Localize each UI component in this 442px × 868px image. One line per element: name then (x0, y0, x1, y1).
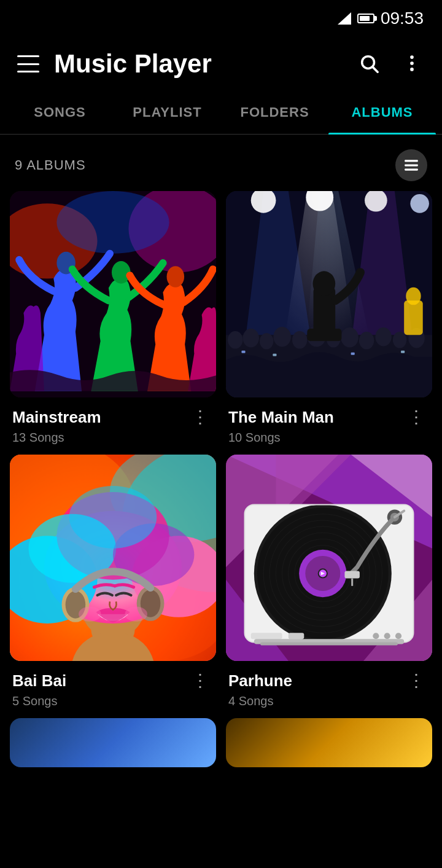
album-more-mainman[interactable]: ⋮ (403, 406, 430, 428)
album-songs-parhune: 4 Songs (226, 694, 432, 708)
album-name-baibai: Bai Bai (12, 671, 66, 690)
svg-rect-45 (401, 351, 405, 353)
app-bar-actions (356, 50, 425, 78)
svg-rect-8 (405, 168, 418, 170)
svg-point-36 (375, 327, 391, 346)
svg-rect-42 (241, 351, 245, 353)
status-time: 09:53 (381, 9, 424, 28)
svg-point-4 (410, 61, 414, 65)
tab-albums[interactable]: ALBUMS (328, 91, 436, 134)
list-view-button[interactable] (395, 149, 427, 181)
svg-rect-6 (405, 160, 418, 162)
hamburger-menu-icon[interactable] (17, 55, 39, 72)
album-art-mainman (226, 191, 432, 397)
svg-point-28 (242, 329, 258, 348)
album-card-parhune[interactable]: Parhune ⋮ 4 Songs (226, 455, 432, 708)
app-bar: Music Player (0, 37, 442, 91)
tab-songs[interactable]: SONGS (6, 91, 114, 134)
albums-count: 9 ALBUMS (15, 157, 86, 173)
album-name-parhune: Parhune (228, 671, 292, 690)
svg-point-67 (79, 606, 101, 621)
album-name-mainman: The Main Man (228, 408, 334, 427)
svg-point-35 (359, 332, 374, 350)
svg-point-14 (112, 261, 131, 284)
album-partial-right[interactable] (226, 718, 432, 767)
battery-icon (357, 14, 374, 23)
svg-rect-91 (344, 571, 359, 578)
svg-point-95 (373, 633, 379, 639)
album-partial-left[interactable] (10, 718, 216, 767)
svg-line-2 (373, 67, 378, 72)
album-more-parhune[interactable]: ⋮ (403, 670, 430, 692)
svg-point-29 (260, 333, 273, 349)
svg-point-12 (56, 191, 169, 254)
svg-point-30 (273, 327, 291, 347)
album-more-mainstream[interactable]: ⋮ (187, 406, 214, 428)
album-art-mainstream (10, 191, 216, 397)
svg-point-96 (384, 633, 390, 639)
album-songs-mainstream: 13 Songs (10, 431, 216, 445)
album-info-parhune: Parhune ⋮ (226, 670, 432, 692)
album-art-parhune (226, 455, 432, 661)
albums-header: 9 ALBUMS (0, 135, 442, 191)
list-view-icon (403, 157, 419, 173)
svg-rect-93 (251, 633, 282, 639)
svg-rect-41 (307, 329, 341, 341)
svg-point-68 (125, 606, 147, 621)
vertical-dots-icon (401, 53, 422, 74)
tab-bar: SONGS PLAYLIST FOLDERS ALBUMS (0, 91, 442, 135)
album-card-mainman[interactable]: The Main Man ⋮ 10 Songs (226, 191, 432, 445)
albums-partial-row (0, 708, 442, 767)
svg-rect-7 (405, 164, 418, 166)
album-card-mainstream[interactable]: Mainstream ⋮ 13 Songs (10, 191, 216, 445)
status-bar: 09:53 (0, 0, 442, 37)
album-art-baibai (10, 455, 216, 661)
album-info-mainstream: Mainstream ⋮ (10, 406, 216, 428)
app-title: Music Player (54, 49, 356, 79)
tab-playlist[interactable]: PLAYLIST (114, 91, 221, 134)
album-info-mainman: The Main Man ⋮ (226, 406, 432, 428)
album-more-baibai[interactable]: ⋮ (187, 670, 214, 692)
svg-rect-46 (404, 300, 423, 335)
svg-point-3 (410, 55, 414, 59)
albums-grid: Mainstream ⋮ 13 Songs (0, 191, 442, 708)
svg-rect-100 (260, 642, 398, 645)
svg-rect-43 (273, 354, 276, 356)
search-button[interactable] (356, 50, 382, 78)
album-songs-mainman: 10 Songs (226, 431, 432, 445)
album-name-mainstream: Mainstream (12, 408, 101, 427)
svg-point-25 (410, 194, 429, 213)
search-icon (359, 53, 379, 74)
svg-point-47 (406, 287, 421, 305)
svg-rect-44 (351, 353, 355, 355)
album-info-baibai: Bai Bai ⋮ (10, 670, 216, 692)
more-options-button[interactable] (399, 50, 425, 78)
signal-icon (338, 12, 351, 25)
status-icons: 09:53 (338, 9, 424, 28)
svg-point-5 (410, 68, 414, 71)
svg-marker-0 (338, 12, 351, 25)
svg-point-40 (313, 271, 336, 296)
svg-point-31 (292, 331, 307, 349)
svg-rect-94 (289, 633, 304, 639)
svg-point-62 (69, 486, 157, 549)
svg-point-97 (395, 633, 401, 639)
svg-point-37 (393, 332, 406, 348)
tab-folders[interactable]: FOLDERS (221, 91, 328, 134)
svg-point-15 (167, 266, 185, 287)
svg-point-27 (228, 331, 242, 349)
svg-point-34 (341, 327, 359, 348)
album-card-baibai[interactable]: Bai Bai ⋮ 5 Songs (10, 455, 216, 708)
album-songs-baibai: 5 Songs (10, 694, 216, 708)
